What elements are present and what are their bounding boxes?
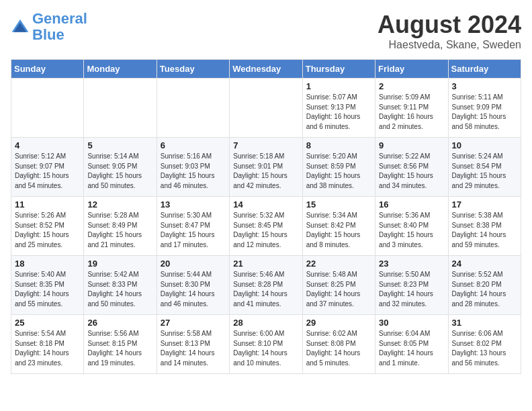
day-info: Sunrise: 5:11 AM Sunset: 9:09 PM Dayligh… xyxy=(452,93,517,132)
logo: General Blue xyxy=(11,11,87,43)
day-number: 9 xyxy=(379,140,444,150)
day-info: Sunrise: 5:40 AM Sunset: 8:35 PM Dayligh… xyxy=(15,270,80,309)
calendar-cell: 14Sunrise: 5:32 AM Sunset: 8:45 PM Dayli… xyxy=(230,197,302,256)
calendar-cell xyxy=(84,79,157,138)
logo-icon xyxy=(11,17,30,36)
calendar-week-1: 1Sunrise: 5:07 AM Sunset: 9:13 PM Daylig… xyxy=(11,79,521,138)
calendar-cell: 25Sunrise: 5:54 AM Sunset: 8:18 PM Dayli… xyxy=(11,315,84,374)
day-info: Sunrise: 6:02 AM Sunset: 8:08 PM Dayligh… xyxy=(306,329,371,368)
calendar-cell: 12Sunrise: 5:28 AM Sunset: 8:49 PM Dayli… xyxy=(84,197,157,256)
calendar-cell: 5Sunrise: 5:14 AM Sunset: 9:05 PM Daylig… xyxy=(84,138,157,197)
day-info: Sunrise: 5:50 AM Sunset: 8:23 PM Dayligh… xyxy=(379,270,444,309)
logo-text: General Blue xyxy=(32,11,87,43)
day-number: 14 xyxy=(233,199,298,210)
day-info: Sunrise: 6:06 AM Sunset: 8:02 PM Dayligh… xyxy=(452,329,517,368)
calendar-cell xyxy=(157,79,229,138)
day-info: Sunrise: 5:09 AM Sunset: 9:11 PM Dayligh… xyxy=(379,93,444,132)
calendar-cell: 8Sunrise: 5:20 AM Sunset: 8:59 PM Daylig… xyxy=(302,138,375,197)
calendar-cell xyxy=(11,79,84,138)
day-number: 22 xyxy=(306,259,371,269)
day-number: 27 xyxy=(161,318,226,328)
day-info: Sunrise: 5:38 AM Sunset: 8:38 PM Dayligh… xyxy=(452,211,517,250)
day-number: 8 xyxy=(306,140,371,150)
weekday-header-friday: Friday xyxy=(375,60,448,79)
weekday-header-tuesday: Tuesday xyxy=(157,60,229,79)
title-block: August 2024 Haestveda, Skane, Sweden xyxy=(378,11,521,51)
day-number: 4 xyxy=(15,140,80,150)
calendar-cell: 19Sunrise: 5:42 AM Sunset: 8:33 PM Dayli… xyxy=(84,256,157,315)
calendar-cell: 27Sunrise: 5:58 AM Sunset: 8:13 PM Dayli… xyxy=(157,315,229,374)
calendar-cell: 3Sunrise: 5:11 AM Sunset: 9:09 PM Daylig… xyxy=(448,79,521,138)
day-info: Sunrise: 5:56 AM Sunset: 8:15 PM Dayligh… xyxy=(87,329,152,368)
day-info: Sunrise: 6:04 AM Sunset: 8:05 PM Dayligh… xyxy=(379,329,444,368)
weekday-header-saturday: Saturday xyxy=(448,60,521,79)
month-title: August 2024 xyxy=(378,11,521,39)
calendar-cell: 4Sunrise: 5:12 AM Sunset: 9:07 PM Daylig… xyxy=(11,138,84,197)
day-info: Sunrise: 5:16 AM Sunset: 9:03 PM Dayligh… xyxy=(161,152,226,191)
day-info: Sunrise: 5:22 AM Sunset: 8:56 PM Dayligh… xyxy=(379,152,444,191)
weekday-header-sunday: Sunday xyxy=(11,60,84,79)
day-info: Sunrise: 5:44 AM Sunset: 8:30 PM Dayligh… xyxy=(161,270,226,309)
weekday-header-wednesday: Wednesday xyxy=(230,60,302,79)
calendar-cell: 13Sunrise: 5:30 AM Sunset: 8:47 PM Dayli… xyxy=(157,197,229,256)
calendar-week-5: 25Sunrise: 5:54 AM Sunset: 8:18 PM Dayli… xyxy=(11,315,521,374)
day-info: Sunrise: 6:00 AM Sunset: 8:10 PM Dayligh… xyxy=(233,329,298,368)
day-number: 12 xyxy=(87,199,152,210)
day-number: 16 xyxy=(379,199,444,210)
calendar-cell: 16Sunrise: 5:36 AM Sunset: 8:40 PM Dayli… xyxy=(375,197,448,256)
weekday-header-monday: Monday xyxy=(84,60,157,79)
day-info: Sunrise: 5:48 AM Sunset: 8:25 PM Dayligh… xyxy=(306,270,371,309)
day-number: 5 xyxy=(87,140,152,150)
calendar-cell: 28Sunrise: 6:00 AM Sunset: 8:10 PM Dayli… xyxy=(230,315,302,374)
logo-line1: General xyxy=(32,10,87,27)
calendar-cell: 2Sunrise: 5:09 AM Sunset: 9:11 PM Daylig… xyxy=(375,79,448,138)
calendar-cell: 22Sunrise: 5:48 AM Sunset: 8:25 PM Dayli… xyxy=(302,256,375,315)
calendar-cell: 21Sunrise: 5:46 AM Sunset: 8:28 PM Dayli… xyxy=(230,256,302,315)
day-info: Sunrise: 5:54 AM Sunset: 8:18 PM Dayligh… xyxy=(15,329,80,368)
calendar-cell: 30Sunrise: 6:04 AM Sunset: 8:05 PM Dayli… xyxy=(375,315,448,374)
day-number: 28 xyxy=(233,318,298,328)
day-number: 24 xyxy=(452,259,517,269)
day-number: 23 xyxy=(379,259,444,269)
calendar-cell: 11Sunrise: 5:26 AM Sunset: 8:52 PM Dayli… xyxy=(11,197,84,256)
day-number: 11 xyxy=(15,199,80,210)
day-number: 3 xyxy=(452,81,517,91)
calendar-cell: 24Sunrise: 5:52 AM Sunset: 8:20 PM Dayli… xyxy=(448,256,521,315)
day-number: 7 xyxy=(233,140,298,150)
day-info: Sunrise: 5:58 AM Sunset: 8:13 PM Dayligh… xyxy=(161,329,226,368)
day-number: 17 xyxy=(452,199,517,210)
day-info: Sunrise: 5:30 AM Sunset: 8:47 PM Dayligh… xyxy=(161,211,226,250)
day-info: Sunrise: 5:24 AM Sunset: 8:54 PM Dayligh… xyxy=(452,152,517,191)
day-number: 6 xyxy=(161,140,226,150)
day-info: Sunrise: 5:07 AM Sunset: 9:13 PM Dayligh… xyxy=(306,93,371,132)
calendar-week-4: 18Sunrise: 5:40 AM Sunset: 8:35 PM Dayli… xyxy=(11,256,521,315)
day-info: Sunrise: 5:52 AM Sunset: 8:20 PM Dayligh… xyxy=(452,270,517,309)
calendar-cell: 15Sunrise: 5:34 AM Sunset: 8:42 PM Dayli… xyxy=(302,197,375,256)
day-number: 21 xyxy=(233,259,298,269)
calendar-body: 1Sunrise: 5:07 AM Sunset: 9:13 PM Daylig… xyxy=(11,79,521,374)
day-info: Sunrise: 5:20 AM Sunset: 8:59 PM Dayligh… xyxy=(306,152,371,191)
location-title: Haestveda, Skane, Sweden xyxy=(378,39,521,51)
day-number: 19 xyxy=(87,259,152,269)
calendar-cell: 31Sunrise: 6:06 AM Sunset: 8:02 PM Dayli… xyxy=(448,315,521,374)
day-info: Sunrise: 5:26 AM Sunset: 8:52 PM Dayligh… xyxy=(15,211,80,250)
day-number: 2 xyxy=(379,81,444,91)
day-number: 1 xyxy=(306,81,371,91)
calendar-cell: 26Sunrise: 5:56 AM Sunset: 8:15 PM Dayli… xyxy=(84,315,157,374)
calendar-cell xyxy=(230,79,302,138)
day-number: 15 xyxy=(306,199,371,210)
calendar-week-3: 11Sunrise: 5:26 AM Sunset: 8:52 PM Dayli… xyxy=(11,197,521,256)
day-number: 26 xyxy=(87,318,152,328)
calendar-cell: 18Sunrise: 5:40 AM Sunset: 8:35 PM Dayli… xyxy=(11,256,84,315)
day-info: Sunrise: 5:32 AM Sunset: 8:45 PM Dayligh… xyxy=(233,211,298,250)
day-number: 29 xyxy=(306,318,371,328)
weekday-header-row: SundayMondayTuesdayWednesdayThursdayFrid… xyxy=(11,60,521,79)
calendar-cell: 7Sunrise: 5:18 AM Sunset: 9:01 PM Daylig… xyxy=(230,138,302,197)
calendar-cell: 20Sunrise: 5:44 AM Sunset: 8:30 PM Dayli… xyxy=(157,256,229,315)
day-info: Sunrise: 5:36 AM Sunset: 8:40 PM Dayligh… xyxy=(379,211,444,250)
day-info: Sunrise: 5:42 AM Sunset: 8:33 PM Dayligh… xyxy=(87,270,152,309)
day-number: 30 xyxy=(379,318,444,328)
calendar-cell: 10Sunrise: 5:24 AM Sunset: 8:54 PM Dayli… xyxy=(448,138,521,197)
logo-line2: Blue xyxy=(32,26,64,43)
calendar-week-2: 4Sunrise: 5:12 AM Sunset: 9:07 PM Daylig… xyxy=(11,138,521,197)
